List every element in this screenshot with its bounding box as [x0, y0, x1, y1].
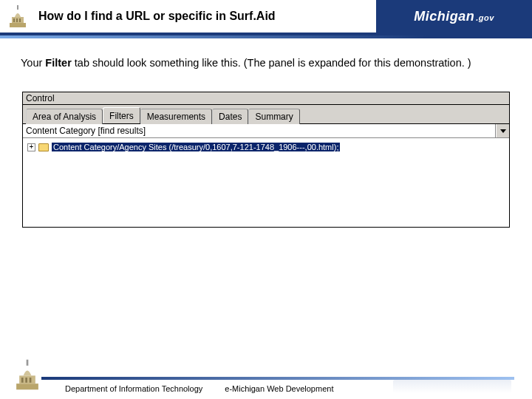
- svg-rect-3: [16, 18, 18, 22]
- footer-group: e-Michigan Web Development: [225, 384, 333, 393]
- tab-dates[interactable]: Dates: [212, 109, 248, 124]
- header: How do I find a URL or specific in Surf.…: [0, 0, 532, 33]
- footer-logo: [393, 380, 511, 393]
- control-panel: Control Area of Analysis Filters Measure…: [22, 92, 510, 228]
- svg-rect-11: [27, 360, 29, 366]
- tab-bar: Area of Analysis Filters Measurements Da…: [23, 105, 509, 124]
- capitol-icon: [4, 2, 31, 30]
- brand-banner: Michigan.gov: [376, 0, 532, 33]
- tab-filters[interactable]: Filters: [103, 107, 140, 123]
- svg-rect-10: [30, 378, 32, 383]
- capitol-icon: [9, 356, 46, 393]
- svg-rect-9: [25, 378, 27, 383]
- content-category-dropdown[interactable]: Content Category [find results]: [23, 124, 509, 138]
- tab-measurements[interactable]: Measurements: [140, 109, 212, 124]
- svg-rect-8: [21, 378, 24, 383]
- tree-row[interactable]: + Content Category/Agency Sites (/treasu…: [27, 143, 505, 151]
- svg-rect-4: [19, 18, 21, 22]
- footer-text-row: Department of Information Technology e-M…: [65, 384, 333, 393]
- svg-rect-0: [10, 23, 26, 27]
- intro-text: Your Filter tab should look something li…: [21, 56, 511, 69]
- svg-rect-5: [17, 5, 18, 10]
- tree-item-label: Content Category/Agency Sites (/treasury…: [52, 143, 340, 151]
- chevron-down-icon[interactable]: [496, 124, 509, 137]
- page-title: How do I find a URL or specific in Surf.…: [38, 10, 276, 23]
- filter-tree: + Content Category/Agency Sites (/treasu…: [23, 138, 509, 227]
- footer-dept: Department of Information Technology: [65, 384, 202, 393]
- header-left: How do I find a URL or specific in Surf.…: [0, 0, 376, 33]
- svg-rect-6: [16, 383, 38, 389]
- tab-area-of-analysis[interactable]: Area of Analysis: [26, 109, 103, 124]
- panel-title: Control: [23, 92, 509, 105]
- tree-expander-icon[interactable]: +: [27, 143, 35, 151]
- brand-text: Michigan.gov: [414, 9, 494, 24]
- svg-rect-2: [13, 18, 15, 22]
- tab-summary[interactable]: Summary: [248, 109, 299, 124]
- dropdown-value: Content Category [find results]: [23, 124, 496, 137]
- folder-icon: [38, 143, 49, 151]
- content: Your Filter tab should look something li…: [0, 38, 532, 69]
